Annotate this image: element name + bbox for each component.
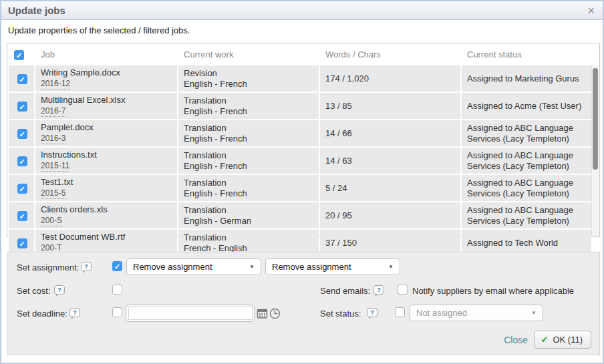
checkmark-icon: ✓ [18,102,27,111]
set-deadline-label: Set deadline: [17,309,67,319]
current-status: Assigned to Marketing Gurus [462,65,591,92]
table-row: ✓ Pamplet.docx 2016-3 Translation Englis… [9,120,591,146]
table-scrollbar[interactable] [591,65,599,236]
language-pair: English - French [184,134,315,144]
set-cost-help-icon[interactable]: ? [54,285,65,295]
table-row: ✓ Multilingual Excel.xlsx 2016-7 Transla… [9,93,591,119]
ok-button-label: OK (11) [553,335,583,345]
scrollbar-thumb[interactable] [593,68,598,170]
send-emails-help-icon[interactable]: ? [373,285,384,295]
set-status-label: Set status: [320,309,361,319]
job-name: Pamplet.docx [41,122,173,133]
table-header-row: ✓ Job Current work Words / Chars Current… [9,45,591,64]
assignment-dropdown-2-value: Remove assignment [272,262,351,272]
clock-icon[interactable] [269,308,281,319]
update-jobs-dialog: Update jobs × Update properties of the s… [0,0,604,364]
row-checkbox[interactable]: ✓ [17,211,27,221]
job-code[interactable]: 2016-7 [41,106,65,117]
deadline-input[interactable] [128,307,253,320]
language-pair: English - French [184,161,315,172]
close-button[interactable]: Close [504,335,528,345]
set-deadline-checkbox[interactable]: ✓ [112,307,122,317]
current-status: Assigned to ABC Language Services (Lacy … [462,120,591,146]
table-row: ✓ Clients orders.xls 200-S Translation E… [9,202,591,228]
job-code[interactable]: 2016-12 [41,79,70,89]
dialog-titlebar: Update jobs × [1,1,603,20]
dialog-title: Update jobs [1,5,65,16]
job-name: Instructions.txt [41,150,173,160]
calendar-icon[interactable] [257,308,268,319]
status-dropdown-value: Not assigned [416,308,467,318]
work-type: Translation [184,123,315,134]
status-dropdown[interactable]: Not assigned ▼ [410,305,543,321]
job-code[interactable]: 2015-11 [41,161,69,172]
jobs-table: ✓ Job Current work Words / Chars Current… [7,43,600,237]
close-icon[interactable]: × [587,4,595,17]
column-header-words-chars: Words / Chars [320,45,460,64]
job-code[interactable]: 200-S [41,216,62,226]
work-type: Translation [184,205,315,216]
words-chars: 13 / 85 [320,93,460,119]
work-type: Translation [184,232,315,243]
set-cost-checkbox[interactable]: ✓ [112,285,122,295]
row-checkbox[interactable]: ✓ [17,184,27,194]
set-assignment-help-icon[interactable]: ? [81,262,92,271]
work-type: Translation [184,178,315,188]
work-type: Translation [184,96,315,106]
job-code[interactable]: 2016-3 [41,134,65,144]
notify-suppliers-checkbox[interactable]: ✓ [398,285,408,295]
row-checkbox[interactable]: ✓ [17,156,27,166]
checkmark-icon: ✓ [113,262,122,270]
checkmark-icon: ✓ [18,212,27,220]
job-name: Writing Sample.docx [41,67,173,78]
chevron-down-icon: ▼ [531,305,537,321]
checkmark-icon: ✓ [18,130,27,138]
assignment-dropdown-1[interactable]: Remove assignment ▼ [126,258,261,275]
words-chars: 5 / 24 [320,175,460,201]
column-header-current-status: Current status [462,45,591,64]
row-checkbox[interactable]: ✓ [17,129,27,139]
checkmark-icon: ✓ [18,157,27,166]
job-code[interactable]: 2015-5 [41,188,65,199]
checkmark-icon: ✓ [18,75,27,83]
send-emails-label: Send emails: [320,286,370,296]
words-chars: 174 / 1,020 [320,65,460,92]
job-name: Test1.txt [41,177,173,188]
checkmark-icon: ✓ [18,239,27,248]
jobs-table-body: ✓ Writing Sample.docx 2016-12 Revision E… [9,65,591,256]
row-checkbox[interactable]: ✓ [17,102,27,112]
table-row: ✓ Test1.txt 2015-5 Translation English -… [9,175,591,201]
row-checkbox[interactable]: ✓ [17,238,27,248]
current-status: Assigned to ABC Language Services (Lacy … [462,202,591,228]
current-status: Assigned to Acme (Test User) [462,93,591,119]
checkmark-icon: ✓ [18,184,27,193]
table-row: ✓ Instructions.txt 2015-11 Translation E… [9,148,591,174]
work-type: Revision [184,68,315,79]
table-row: ✓ Writing Sample.docx 2016-12 Revision E… [9,65,591,92]
dialog-subtitle: Update properties of the selected / filt… [8,25,190,35]
set-status-checkbox[interactable]: ✓ [395,307,405,317]
job-name: Clients orders.xls [41,204,173,215]
words-chars: 14 / 66 [320,120,460,146]
row-checkbox[interactable]: ✓ [17,74,27,84]
column-header-job: Job [35,45,177,64]
set-status-help-icon[interactable]: ? [367,308,378,317]
words-chars: 20 / 95 [320,202,460,228]
ok-check-icon: ✔ [541,335,549,345]
set-assignment-label: Set assignment: [17,262,79,272]
language-pair: English - French [184,188,315,199]
set-deadline-help-icon[interactable]: ? [69,308,80,317]
work-type: Translation [184,150,315,161]
notify-suppliers-label: Notify suppliers by email where applicab… [412,286,574,296]
set-cost-label: Set cost: [17,286,51,296]
current-status: Assigned to ABC Language Services (Lacy … [462,148,591,174]
current-status: Assigned to ABC Language Services (Lacy … [462,175,591,201]
ok-button[interactable]: ✔ OK (11) [534,331,591,349]
select-all-checkbox[interactable]: ✓ [14,50,24,60]
assignment-dropdown-2[interactable]: Remove assignment ▼ [265,258,400,275]
update-options-panel: Set assignment: ? ✓ Remove assignment ▼ … [7,252,600,355]
set-assignment-checkbox[interactable]: ✓ [112,261,122,271]
chevron-down-icon: ▼ [249,259,255,275]
language-pair: English - French [184,106,315,117]
language-pair: English - French [184,79,315,89]
